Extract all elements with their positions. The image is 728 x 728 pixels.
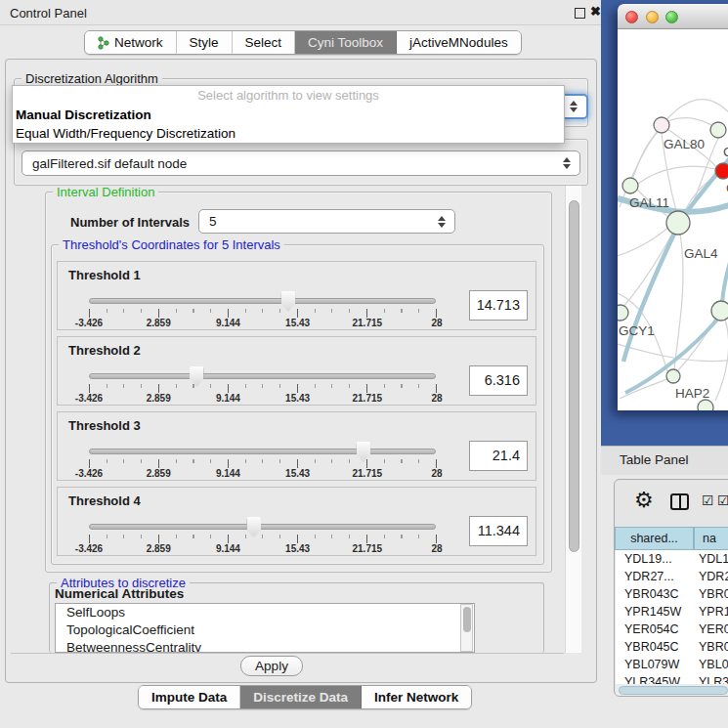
table-hscrollbar-thumb[interactable] [619,686,728,695]
tick-label: 21.715 [353,318,383,328]
H-node[interactable] [711,301,728,321]
cell-name: YBR0 [699,638,728,656]
tab-cyni-toolbox[interactable]: Cyni Toolbox [295,31,397,54]
cell-name: YDL1 [699,550,728,568]
attributes-scrollbar[interactable] [460,604,473,652]
cell-name: YDR2 [699,568,728,585]
threshold-slider[interactable] [89,373,436,379]
intervals-value: 5 [209,214,217,229]
cell-name: YER0 [699,621,728,638]
threshold-value-field[interactable]: 21.4 [469,441,528,471]
threshold-value-field[interactable]: 14.713 [469,290,528,321]
close-traffic-light-icon[interactable] [625,11,638,23]
HAP2-node[interactable] [666,369,680,383]
table-row[interactable]: YLR345WYLR3 [616,673,728,684]
GAL11-node[interactable] [622,178,638,193]
tab-impute-data[interactable]: Impute Data [139,686,240,708]
attributes-scrollbar-thumb[interactable] [463,607,471,632]
threshold-value-field[interactable]: 6.316 [469,365,528,396]
gear-icon[interactable]: ⚙ [634,488,654,513]
GCY1-node[interactable] [618,305,628,321]
tick-label: 28 [431,468,442,479]
node-label: GA [723,145,728,159]
slider-ticks [89,535,437,543]
tab-infer-network[interactable]: Infer Network [362,686,471,708]
threshold-slider[interactable] [89,524,436,530]
table-row[interactable]: YDL19...YDL1 [616,550,728,568]
table-row[interactable]: YER054CYER0 [616,621,728,638]
number-of-intervals-label: Number of Intervals [70,215,190,230]
apply-button[interactable]: Apply [240,656,303,676]
threshold-1-row: Threshold 1 -3.4262.8599.14415.4321.7152… [57,261,536,330]
tab-jactivemnodules[interactable]: jActiveMNodules [397,31,521,54]
node[interactable] [710,122,726,138]
dropdown-item-equal-width-frequency[interactable]: Equal Width/Frequency Discretization [13,124,564,143]
red-node[interactable] [715,163,728,179]
tick-label: 2.859 [147,543,171,554]
table-row[interactable]: YDR27...YDR2 [616,568,728,585]
tick-label: 9.144 [216,468,240,479]
table-row[interactable]: YBL079WYBL0 [616,656,728,673]
float-window-icon[interactable] [575,8,585,19]
close-icon[interactable]: ✖ [590,4,601,19]
cell-shared-name: YDR27... [616,568,699,585]
zoom-traffic-light-icon[interactable] [665,11,678,23]
table-data-value: galFiltered.sif default node [32,156,187,171]
number-of-intervals-combobox[interactable]: 5 [198,209,455,234]
numerical-attributes-heading: Numerical Attributes [55,586,184,601]
split-columns-icon[interactable] [670,493,689,510]
threshold-slider[interactable] [89,449,436,454]
panel-scrollbar-thumb[interactable] [569,200,579,552]
checkbox-icon[interactable]: ☑ [717,492,728,508]
cell-name: YBL0 [699,656,728,673]
GAL4-node[interactable] [666,211,690,235]
slider-tick-labels: -3.4262.8599.14415.4321.71528 [89,543,437,555]
cell-name: YPR1 [699,603,728,621]
minimize-traffic-light-icon[interactable] [646,11,659,23]
attribute-list-item[interactable]: BetweennessCentrality [56,639,474,653]
threshold-value-field[interactable]: 11.344 [469,516,528,546]
cell-name: YLR3 [699,673,728,684]
cell-shared-name: YBR043C [616,585,699,603]
panel-title: Control Panel [10,6,87,21]
screenshot-root: Control Panel ✖ Network Style Select Cyn… [0,0,728,728]
tick-label: 9.144 [216,318,240,328]
table-row[interactable]: YPR145WYPR1 [616,603,728,621]
combo-arrows-icon [570,101,578,112]
tab-style[interactable]: Style [177,31,233,54]
attribute-list-item[interactable]: SelfLoops [56,604,474,621]
tab-discretize-data[interactable]: Discretize Data [240,686,362,708]
cell-shared-name: YBR045C [616,638,699,656]
GAL80-node[interactable] [654,117,669,133]
column-header-shared[interactable]: shared... [615,527,694,550]
discretization-algorithm-title: Discretization Algorithm [21,72,162,85]
threshold-label: Threshold 4 [68,493,141,508]
network-canvas[interactable]: GAL80GACGAL11GAL4GCY1HHAP2 [618,29,728,410]
column-header-name[interactable]: na [694,527,728,550]
slider-tick-labels: -3.4262.8599.14415.4321.71528 [89,318,437,329]
control-panel-titlebar [0,0,601,25]
threshold-label: Threshold 1 [68,268,141,282]
tick-label: 15.43 [285,543,310,554]
node-label: GAL11 [629,195,669,210]
numerical-attributes-list[interactable]: SelfLoopsTopologicalCoefficientBetweenne… [55,603,475,653]
attribute-list-item[interactable]: TopologicalCoefficient [56,621,474,639]
table-hscrollbar[interactable] [616,684,728,696]
slider-ticks [89,459,437,468]
tab-label: Network [114,35,163,50]
network-window-titlebar [618,4,728,29]
checkbox-icon[interactable]: ☑ [702,492,714,508]
tab-select[interactable]: Select [233,31,296,54]
table-data-combobox[interactable]: galFiltered.sif default node [21,150,580,176]
table-panel-container: ⚙ ☑ ☑ shared... na YDL19...YDL1YDR27...Y… [614,479,728,697]
tab-network[interactable]: Network [85,31,177,54]
edge-node[interactable] [698,400,713,410]
network-window: GAL80GACGAL11GAL4GCY1HHAP2 [618,4,728,410]
table-toolbar: ⚙ ☑ ☑ [615,480,728,525]
dropdown-item-manual-discretization[interactable]: Manual Discretization [13,106,564,124]
network-graph: GAL80GACGAL11GAL4GCY1HHAP2 [618,29,728,410]
table-row[interactable]: YBR043CYBR0 [616,585,728,603]
table-row[interactable]: YBR045CYBR0 [616,638,728,656]
tick-label: 15.43 [285,468,310,479]
threshold-slider[interactable] [89,298,436,304]
